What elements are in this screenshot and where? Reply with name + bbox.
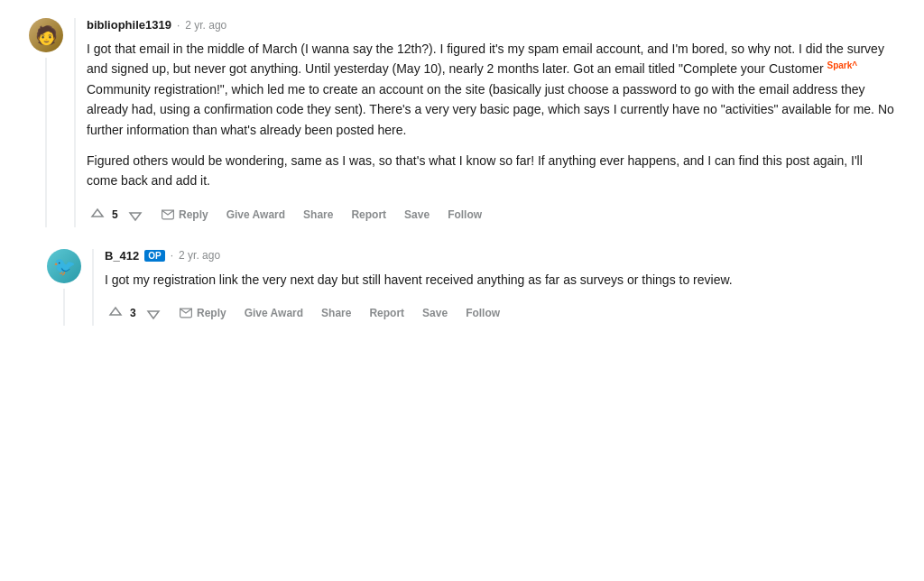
comment-paragraph: I got my registration link the very next…	[105, 270, 895, 290]
comment-text: I got that email in the middle of March …	[87, 39, 895, 191]
comment-body: B_412 OP · 2 yr. ago I got my registrati…	[92, 249, 895, 326]
give-award-label: Give Award	[245, 307, 303, 319]
share-button[interactable]: Share	[296, 203, 340, 226]
vote-count: 5	[112, 208, 121, 221]
save-button[interactable]: Save	[415, 301, 455, 325]
comment-text: I got my registration link the very next…	[105, 270, 895, 290]
avatar: 🧑	[29, 18, 63, 52]
downvote-button[interactable]	[125, 204, 146, 226]
op-badge: OP	[144, 250, 164, 262]
share-label: Share	[321, 307, 351, 319]
save-label: Save	[422, 307, 448, 319]
give-award-button[interactable]: Give Award	[219, 203, 292, 226]
timestamp: 2 yr. ago	[179, 249, 220, 262]
comment-left-col: 🐦	[47, 249, 81, 326]
username: bibliophile1319	[87, 18, 171, 32]
timestamp: 2 yr. ago	[185, 19, 226, 32]
follow-button[interactable]: Follow	[440, 203, 489, 226]
action-bar: 3 Reply Give Award	[105, 300, 895, 326]
report-label: Report	[351, 208, 386, 221]
vote-count: 3	[130, 307, 139, 319]
reply-label: Reply	[179, 208, 208, 221]
thread-line	[45, 58, 47, 227]
follow-button[interactable]: Follow	[458, 301, 507, 325]
comment-item: 🐦 B_412 OP · 2 yr. ago I got my registra…	[47, 249, 895, 326]
give-award-button[interactable]: Give Award	[237, 301, 310, 325]
save-label: Save	[404, 208, 430, 221]
report-label: Report	[369, 307, 404, 319]
action-bar: 5 Reply Give Award	[87, 202, 895, 227]
share-label: Share	[303, 208, 333, 221]
share-button[interactable]: Share	[314, 301, 358, 325]
username: B_412	[105, 249, 139, 263]
give-award-label: Give Award	[226, 208, 285, 221]
reply-label: Reply	[197, 307, 226, 319]
comment-body: bibliophile1319 · 2 yr. ago I got that e…	[74, 18, 895, 227]
comment-left-col: 🧑	[29, 18, 63, 227]
follow-label: Follow	[448, 208, 482, 221]
comment-item: 🧑 bibliophile1319 · 2 yr. ago I got that…	[29, 18, 895, 227]
comment-header: bibliophile1319 · 2 yr. ago	[87, 18, 895, 32]
report-button[interactable]: Report	[362, 301, 411, 325]
save-button[interactable]: Save	[397, 203, 437, 226]
vote-section: 5	[87, 204, 146, 226]
comment-thread: 🧑 bibliophile1319 · 2 yr. ago I got that…	[29, 18, 895, 326]
follow-label: Follow	[466, 307, 500, 319]
comment-header: B_412 OP · 2 yr. ago	[105, 249, 895, 263]
reply-button[interactable]: Reply	[171, 300, 234, 326]
avatar: 🐦	[47, 249, 81, 283]
downvote-button[interactable]	[143, 302, 164, 324]
upvote-button[interactable]	[105, 302, 126, 324]
upvote-button[interactable]	[87, 204, 108, 226]
thread-line	[63, 289, 65, 326]
report-button[interactable]: Report	[344, 203, 393, 226]
reply-button[interactable]: Reply	[153, 202, 216, 227]
vote-section: 3	[105, 302, 164, 324]
spark-badge: Spark^	[827, 61, 858, 70]
